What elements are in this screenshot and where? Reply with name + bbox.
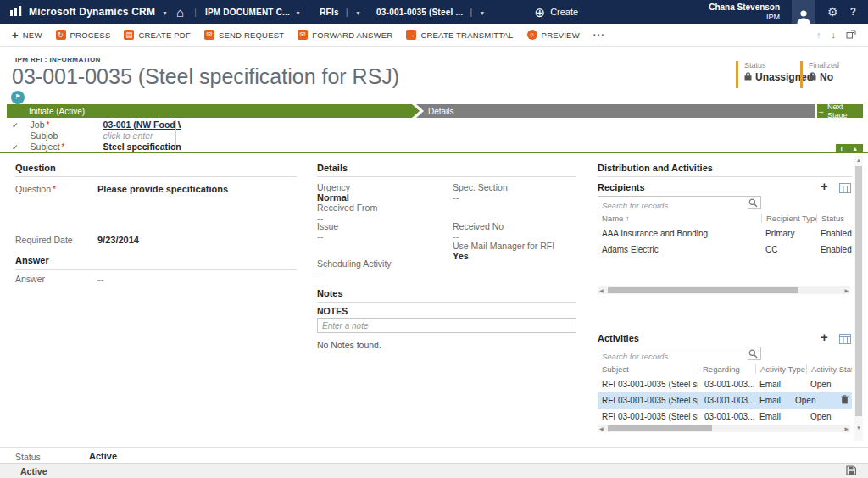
add-activity-icon[interactable]: +	[821, 331, 828, 343]
scroll-right-icon[interactable]: ▶	[844, 287, 849, 294]
activities-horizontal-scrollbar[interactable]: ◀ ▶	[598, 425, 850, 432]
activity-regarding-text: 03-001-003...	[704, 380, 755, 389]
recipients-horizontal-scrollbar[interactable]: ◀ ▶	[598, 286, 850, 294]
activity-subject[interactable]: RFI 03-001-0035 (Steel specif...	[598, 380, 698, 389]
activity-subject[interactable]: RFI 03-001-0035 (Steel specif...	[598, 412, 698, 421]
scrollbar-thumb[interactable]	[608, 287, 798, 293]
divider	[0, 447, 868, 448]
nav-area-label[interactable]: IPM DOCUMENT C...	[205, 8, 290, 17]
collapse-stage-tab[interactable]: i▲	[836, 144, 863, 153]
scroll-left-icon[interactable]: ◀	[599, 287, 604, 294]
required-date-value[interactable]: 9/23/2014	[97, 235, 139, 245]
question-field[interactable]: Question* Please provide specifications	[15, 184, 297, 194]
recipient-name[interactable]: Adams Electric	[598, 245, 761, 254]
person-icon	[796, 9, 811, 24]
previous-record-icon[interactable]: ↑	[816, 30, 821, 40]
breadcrumb: IPM RFI : INFORMATION	[15, 56, 101, 64]
popout-icon[interactable]	[846, 27, 856, 42]
received-from-label: Received From	[317, 203, 377, 213]
col-recipient-type[interactable]: Recipient Type	[761, 214, 816, 223]
stage-active-label[interactable]: Initiate (Active)	[29, 107, 85, 116]
stage-details-label[interactable]: Details	[428, 107, 454, 116]
activity-row-selected[interactable]: RFI 03-001-0035 (Steel specif... 03-001-…	[598, 392, 852, 409]
spec-section-value[interactable]: --	[453, 192, 459, 203]
create-transmittal-button[interactable]: → CREATE TRANSMITTAL	[406, 30, 513, 40]
activity-regarding[interactable]: 03-001-003...	[698, 396, 755, 405]
activity-subject[interactable]: RFI 03-001-0035 (Steel specif...	[598, 396, 698, 405]
notes-tab[interactable]: NOTES	[317, 306, 348, 316]
open-grid-icon[interactable]	[839, 181, 851, 197]
answer-value[interactable]: --	[97, 274, 103, 284]
stage-field-subjob[interactable]: ✓ Subjob click to enter	[12, 131, 181, 141]
recipient-type: CC	[761, 245, 816, 254]
nav-area-menu[interactable]: IPM DOCUMENT C... ▼	[205, 8, 301, 17]
activity-row[interactable]: RFI 03-001-0035 (Steel specif... 03-001-…	[598, 376, 852, 392]
urgency-value[interactable]: Normal	[317, 192, 349, 203]
col-activity-status[interactable]: Activity Status	[806, 364, 852, 374]
next-record-icon[interactable]: ↓	[832, 30, 837, 40]
subjob-value[interactable]: click to enter	[103, 131, 181, 141]
chevron-down-icon[interactable]: ▼	[480, 8, 486, 16]
preview-button[interactable]: ○ PREVIEW	[527, 30, 580, 40]
more-commands-icon[interactable]: ···	[593, 30, 605, 40]
save-icon[interactable]	[846, 464, 856, 478]
home-icon[interactable]: ⌂	[175, 6, 186, 19]
brand-title[interactable]: Microsoft Dynamics CRM	[29, 6, 155, 18]
send-request-button[interactable]: ✉ SEND REQUEST	[204, 30, 284, 40]
open-grid-icon[interactable]	[839, 332, 851, 347]
help-icon[interactable]: ?	[850, 6, 860, 18]
scrollbar-thumb[interactable]	[855, 166, 862, 416]
recipients-title: Recipients	[598, 182, 645, 192]
activities-search-input[interactable]	[598, 351, 748, 363]
recipient-row[interactable]: AAA Insurance and Bonding Primary Enable…	[598, 225, 852, 242]
activity-row[interactable]: RFI 03-001-0035 (Steel specif... 03-001-…	[598, 409, 852, 425]
issue-value[interactable]: --	[317, 231, 323, 242]
new-button[interactable]: + NEW	[12, 30, 42, 41]
stage-field-subject[interactable]: ✓ Subject* Steel specification for RS	[12, 142, 181, 152]
nav-record-label[interactable]: 03-001-0035 (Steel ...	[376, 8, 463, 17]
create-button[interactable]: ⊕ Create	[535, 6, 579, 19]
scroll-right-icon[interactable]: ▶	[844, 425, 849, 432]
header-finalized-field[interactable]: Finalized No	[800, 61, 839, 88]
col-subject[interactable]: Subject	[598, 364, 698, 374]
process-flag-icon[interactable]: ⚑	[11, 91, 25, 104]
recipients-search-input[interactable]	[598, 200, 748, 212]
col-name[interactable]: Name ↑	[598, 214, 761, 223]
mail-manager-value[interactable]: Yes	[453, 251, 469, 261]
process-button[interactable]: ↻ PROCESS	[56, 30, 111, 40]
form-vertical-scrollbar[interactable]: ▲ ▼	[854, 156, 863, 441]
add-recipient-icon[interactable]: +	[821, 180, 828, 192]
chevron-down-icon[interactable]: ▼	[295, 8, 301, 16]
recipient-row[interactable]: Adams Electric CC Enabled	[598, 242, 852, 258]
scrollbar-thumb[interactable]	[608, 425, 712, 431]
recipient-name[interactable]: AAA Insurance and Bonding	[598, 229, 761, 238]
activity-regarding[interactable]: 03-001-003...	[698, 380, 755, 389]
nav-entity-label[interactable]: RFIs	[320, 8, 338, 17]
scroll-down-icon[interactable]: ▼	[855, 425, 862, 431]
next-stage-button[interactable]: → Next Stage	[817, 104, 863, 118]
forward-answer-button[interactable]: ✉ FORWARD ANSWER	[298, 30, 392, 40]
question-value[interactable]: Please provide specifications	[97, 184, 228, 194]
avatar[interactable]	[792, 0, 815, 24]
user-menu[interactable]: Chana Stevenson IPM	[709, 3, 780, 21]
activity-regarding[interactable]: 03-001-003...	[698, 412, 755, 421]
note-input[interactable]	[317, 318, 576, 333]
col-activity-type[interactable]: Activity Type	[755, 364, 806, 374]
chevron-down-icon[interactable]: ▼	[162, 8, 168, 16]
col-regarding[interactable]: Regarding	[698, 364, 755, 374]
nav-record-menu[interactable]: 03-001-0035 (Steel ... | ▼	[376, 7, 486, 17]
scroll-up-icon[interactable]: ▲	[855, 158, 862, 163]
required-date-field[interactable]: Required Date 9/23/2014	[15, 235, 297, 245]
create-pdf-button[interactable]: ▤ CREATE PDF	[124, 30, 190, 40]
scheduling-activity-value[interactable]: --	[317, 269, 323, 279]
gear-icon[interactable]: ⚙	[827, 5, 838, 19]
chevron-down-icon[interactable]: ▼	[355, 8, 361, 16]
stage-field-job[interactable]: ✓ Job* 03-001 (NW Food Ware	[12, 119, 181, 130]
answer-field[interactable]: Answer --	[15, 274, 297, 284]
job-value-link[interactable]: 03-001 (NW Food Ware	[103, 119, 181, 130]
subject-value[interactable]: Steel specification for RS	[103, 142, 181, 152]
trash-icon[interactable]	[841, 395, 852, 406]
col-status[interactable]: Status	[816, 214, 852, 223]
scroll-left-icon[interactable]: ◀	[599, 425, 604, 432]
nav-entity-menu[interactable]: RFIs | ▼	[320, 7, 361, 17]
